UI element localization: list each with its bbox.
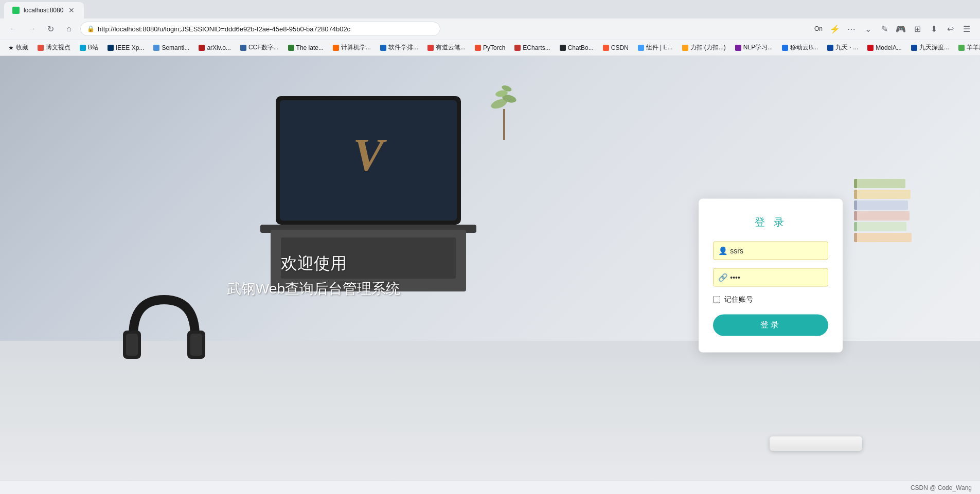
bookmark-icon [560, 45, 566, 51]
bookmark-label: 组件 | E... [646, 43, 673, 52]
bookmark-label: 力扣 (力扣...) [690, 43, 726, 52]
bookmark-label: arXiv.o... [207, 44, 230, 51]
bookmark-label: 移动云B... [790, 43, 818, 52]
bookmark-label: 有道云笔... [436, 43, 466, 52]
address-bar[interactable]: 🔒 http://localhost:8080/u/login;JSESSION… [80, 22, 440, 36]
bookmark-label: The late... [296, 44, 324, 51]
bookmark-icon [911, 45, 917, 51]
phone-decoration [770, 436, 862, 451]
edit-icon[interactable]: ✎ [877, 22, 892, 36]
bookmark-arxiv[interactable]: arXiv.o... [194, 42, 235, 54]
bookmark-label: CSDN [611, 44, 629, 51]
bookmark-jiutian[interactable]: 九天 · ... [823, 42, 862, 54]
bookmarks-bar: ★ 收藏 博文视点 B站 IEEE Xp... Semanti... arXiv… [0, 39, 980, 56]
bookmark-mobileyun[interactable]: 移动云B... [778, 42, 822, 54]
active-tab[interactable]: localhost:8080 ✕ [4, 2, 84, 19]
bookmark-label: CCF数字... [248, 43, 279, 52]
bookmark-label: IEEE Xp... [116, 44, 144, 51]
bookmark-label: 计算机学... [341, 43, 371, 52]
bookmark-icon [867, 45, 874, 51]
bookmark-software[interactable]: 软件学排... [376, 42, 422, 54]
tab-favicon [12, 7, 20, 14]
bookmark-ccf[interactable]: CCF数字... [236, 42, 283, 54]
tab-close-button[interactable]: ✕ [67, 6, 76, 14]
bookmark-echarts[interactable]: ECharts... [510, 42, 554, 54]
svg-text:V: V [353, 130, 387, 180]
browser-chrome: localhost:8080 ✕ ← → ↻ ⌂ 🔒 http://localh… [0, 0, 980, 56]
password-group: 🔗 [713, 268, 828, 286]
bookmark-ieee[interactable]: IEEE Xp... [103, 42, 148, 54]
lightning-icon[interactable]: ⚡ [828, 22, 842, 36]
svg-rect-0 [503, 109, 505, 140]
toolbar-icons: On ⚡ ⋯ ⌄ ✎ 🎮 ⊞ ⬇ ↩ ☰ [811, 22, 974, 36]
welcome-line1: 欢迎使用 [227, 252, 400, 275]
bookmark-icon [38, 45, 44, 51]
menu-icon[interactable]: ☰ [959, 22, 974, 36]
bookmark-icon [682, 45, 688, 51]
extensions-icon[interactable]: ⊞ [910, 22, 924, 36]
games-icon[interactable]: 🎮 [894, 22, 908, 36]
svg-rect-15 [190, 334, 202, 356]
bookmark-icon [240, 45, 246, 51]
bookmark-computer[interactable]: 计算机学... [329, 42, 375, 54]
undo-icon[interactable]: ↩ [943, 22, 957, 36]
bookmark-label: Semanti... [162, 44, 189, 51]
forward-button[interactable]: → [25, 22, 39, 36]
bookmark-icon [288, 45, 294, 51]
bookmark-nlp[interactable]: NLP学习... [731, 42, 777, 54]
bookmark-icon [603, 45, 609, 51]
bookmark-csdn[interactable]: CSDN [599, 42, 633, 54]
bookmark-bowenweidian[interactable]: 博文视点 [33, 42, 75, 54]
bookmark-thelate[interactable]: The late... [284, 42, 328, 54]
bookmark-label: ModelA... [876, 44, 902, 51]
url-text: http://localhost:8080/u/login;JSESSIONID… [98, 25, 350, 33]
bookmark-yangshua[interactable]: 羊羊刷分... [954, 42, 980, 54]
bookmark-icon [333, 45, 339, 51]
bookmark-youdao[interactable]: 有道云笔... [423, 42, 470, 54]
bookmark-icon [427, 45, 434, 51]
bookmark-label: 博文视点 [46, 43, 70, 52]
star-icon: ★ [8, 44, 14, 51]
bookmark-label: 软件学排... [388, 43, 418, 52]
login-button[interactable]: 登录 [713, 314, 828, 336]
bookmark-jiutianshen[interactable]: 九天深度... [907, 42, 953, 54]
bookmark-icon [735, 45, 741, 51]
bookmark-icon [514, 45, 521, 51]
bookmark-leetcode[interactable]: 力扣 (力扣...) [678, 42, 730, 54]
username-input[interactable] [713, 241, 828, 260]
page-footer: CSDN @ Code_Wang [0, 480, 980, 494]
bookmark-favorites[interactable]: ★ 收藏 [4, 42, 32, 54]
login-card: 登 录 👤 🔗 记住账号 登录 [699, 198, 843, 352]
bookmark-label: 收藏 [16, 43, 28, 52]
bookmark-icon [475, 45, 481, 51]
bookmark-components[interactable]: 组件 | E... [634, 42, 677, 54]
tab-bar: localhost:8080 ✕ [0, 0, 980, 19]
tab-title: localhost:8080 [24, 7, 63, 14]
download-icon[interactable]: ⬇ [926, 22, 941, 36]
books-decoration [854, 179, 912, 242]
reload-button[interactable]: ↻ [43, 22, 58, 36]
password-input[interactable] [713, 268, 828, 286]
bookmark-label: 九天深度... [919, 43, 949, 52]
page-content: V 欢迎使用 武钢Web查询后台管理系 [0, 56, 980, 494]
extensions-on-icon[interactable]: On [811, 22, 826, 36]
bookmark-chatbot[interactable]: ChatBo... [556, 42, 598, 54]
login-title: 登 录 [713, 215, 828, 229]
home-button[interactable]: ⌂ [62, 22, 76, 36]
back-button[interactable]: ← [6, 22, 21, 36]
bookmark-label: PyTorch [483, 44, 505, 51]
user-icon: 👤 [718, 246, 728, 255]
bookmark-bilibili[interactable]: B站 [76, 42, 102, 54]
bookmark-semantic[interactable]: Semanti... [149, 42, 193, 54]
bookmark-pytorch[interactable]: PyTorch [471, 42, 509, 54]
more-menu-button[interactable]: ⋯ [844, 22, 859, 36]
remember-label: 记住账号 [724, 295, 753, 304]
bookmark-label: B站 [88, 43, 98, 52]
bookmark-modelarts[interactable]: ModelA... [863, 42, 906, 54]
remember-checkbox[interactable] [713, 296, 720, 303]
bookmark-label: NLP学习... [743, 43, 773, 52]
bookmark-label: ChatBo... [568, 44, 594, 51]
lock-icon: 🔒 [87, 25, 95, 32]
bookmark-label: 羊羊刷分... [967, 43, 980, 52]
dropdown-button[interactable]: ⌄ [861, 22, 875, 36]
